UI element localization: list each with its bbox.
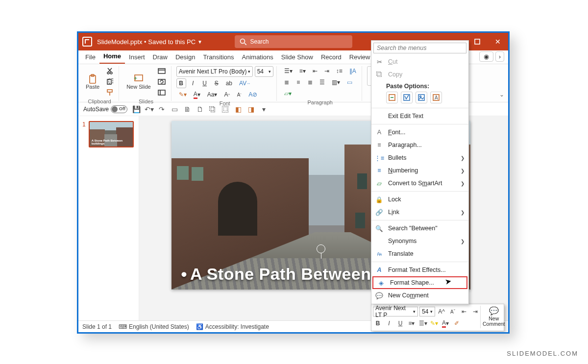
indent-dec-button[interactable]: ⇤ bbox=[310, 66, 320, 76]
window-title: SlideModel.pptx • Saved to this PC bbox=[97, 38, 196, 46]
save-button[interactable]: 💾 bbox=[132, 105, 140, 113]
line-spacing-button[interactable]: ↕≡ bbox=[334, 66, 345, 76]
menu-new-comment[interactable]: 💬New Comment bbox=[371, 289, 468, 302]
menu-paragraph[interactable]: ≡Paragraph... bbox=[371, 139, 468, 151]
change-case-button[interactable]: Aa▾ bbox=[205, 90, 220, 99]
char-spacing-button[interactable]: AV↔ bbox=[237, 78, 253, 88]
layout-button[interactable] bbox=[155, 66, 168, 76]
mini-indent-dec[interactable]: ⇤ bbox=[459, 307, 469, 316]
font-color-button[interactable]: A▾ bbox=[191, 90, 203, 99]
paste-option-dest[interactable] bbox=[386, 92, 398, 103]
mini-format-painter[interactable]: ✐ bbox=[452, 318, 462, 328]
align-left-button[interactable]: ≣ bbox=[282, 77, 292, 87]
tab-review[interactable]: Review bbox=[345, 51, 374, 64]
title-chevron-icon[interactable]: ▼ bbox=[197, 39, 202, 45]
menu-format-shape[interactable]: ◈Format Shape... bbox=[372, 276, 467, 289]
italic-button[interactable]: I bbox=[188, 78, 198, 88]
indent-inc-button[interactable]: ⇥ bbox=[322, 66, 332, 76]
close-button[interactable]: ✕ bbox=[488, 33, 508, 50]
columns-button[interactable]: ▥▾ bbox=[329, 77, 343, 87]
maximize-button[interactable] bbox=[467, 33, 488, 50]
font-name-select[interactable]: Avenir Next LT Pro (Body)▾ bbox=[176, 66, 253, 77]
tab-design[interactable]: Design bbox=[172, 51, 199, 64]
rotate-handle-icon[interactable] bbox=[317, 244, 325, 253]
menu-format-text-effects[interactable]: AFormat Text Effects... bbox=[371, 264, 468, 276]
mini-bullets[interactable]: ☰▾ bbox=[418, 318, 428, 328]
search-placeholder: Search bbox=[250, 38, 269, 45]
font-size-select[interactable]: 54▾ bbox=[255, 66, 273, 77]
align-text-button[interactable]: ▭ bbox=[344, 77, 355, 87]
mini-italic[interactable]: I bbox=[384, 318, 394, 328]
menu-smartart[interactable]: ▱Convert to SmartArt❯ bbox=[371, 177, 468, 190]
highlight-button[interactable]: ✎▾ bbox=[176, 90, 189, 99]
shadow-button[interactable]: ab bbox=[223, 78, 235, 88]
tab-file[interactable]: File bbox=[81, 51, 99, 64]
tab-slide-show[interactable]: Slide Show bbox=[277, 51, 317, 64]
tab-animations[interactable]: Animations bbox=[238, 51, 277, 64]
tab-record[interactable]: Record bbox=[317, 51, 345, 64]
mini-underline[interactable]: U bbox=[395, 318, 405, 328]
bullets-button[interactable]: ☰▾ bbox=[282, 66, 295, 76]
menu-font[interactable]: AFont... bbox=[371, 126, 468, 139]
ribbon-more-button[interactable]: › bbox=[495, 51, 504, 62]
format-painter-button[interactable] bbox=[104, 88, 116, 97]
context-menu: Search the menus ✂Cut ⿻Copy Paste Option… bbox=[371, 40, 469, 304]
menu-search-input[interactable]: Search the menus bbox=[373, 43, 466, 53]
tab-insert[interactable]: Insert bbox=[125, 51, 149, 64]
camera-button[interactable]: ◉ bbox=[479, 51, 493, 62]
paragraph-group-label: Paragraph bbox=[282, 99, 359, 105]
svg-point-0 bbox=[240, 39, 245, 44]
menu-numbering[interactable]: ≡Numbering❯ bbox=[371, 164, 468, 177]
align-right-button[interactable]: ≣ bbox=[305, 77, 315, 87]
autosave-toggle[interactable]: AutoSave Off bbox=[83, 105, 127, 113]
paste-button[interactable]: Paste bbox=[83, 73, 102, 91]
paste-option-source[interactable] bbox=[401, 92, 413, 103]
mini-indent-inc[interactable]: ⇥ bbox=[470, 307, 480, 316]
shrink-font-button[interactable]: Aˇ bbox=[234, 90, 244, 99]
menu-lock[interactable]: 🔒Lock bbox=[371, 193, 468, 206]
redo-button[interactable]: ↷ bbox=[158, 105, 166, 113]
paste-option-text[interactable]: A bbox=[430, 92, 442, 103]
svg-rect-2 bbox=[475, 39, 480, 44]
mini-highlight[interactable]: ✎▾ bbox=[429, 318, 439, 328]
menu-translate[interactable]: 🗛Translate bbox=[371, 247, 468, 260]
tab-home[interactable]: Home bbox=[99, 50, 125, 64]
menu-exit-edit-text[interactable]: Exit Edit Text bbox=[371, 110, 468, 122]
align-center-button[interactable]: ≡ bbox=[294, 77, 303, 87]
reset-button[interactable] bbox=[155, 77, 168, 87]
section-button[interactable] bbox=[155, 88, 168, 97]
accessibility-status[interactable]: ♿Accessibility: Investigate bbox=[196, 323, 269, 330]
mini-bold[interactable]: B bbox=[373, 318, 383, 328]
grow-font-button[interactable]: A^ bbox=[221, 90, 232, 99]
language-status[interactable]: ⌨English (United States) bbox=[119, 323, 189, 330]
new-slide-button[interactable]: + New Slide bbox=[124, 73, 153, 91]
undo-button[interactable]: ↶▾ bbox=[145, 105, 153, 113]
mini-font-name[interactable]: Avenir Next LT P▾ bbox=[373, 307, 418, 316]
tab-transitions[interactable]: Transitions bbox=[199, 51, 238, 64]
justify-button[interactable]: ☰ bbox=[317, 77, 327, 87]
numbering-button[interactable]: ≡▾ bbox=[297, 66, 308, 76]
underline-button[interactable]: U bbox=[200, 78, 210, 88]
tab-draw[interactable]: Draw bbox=[149, 51, 172, 64]
paste-option-picture[interactable] bbox=[416, 92, 427, 103]
bold-button[interactable]: B bbox=[176, 78, 186, 88]
ribbon-collapse-icon[interactable]: ⌄ bbox=[499, 91, 504, 98]
strike-button[interactable]: S bbox=[212, 78, 221, 88]
mini-align[interactable]: ≡▾ bbox=[407, 318, 416, 328]
slide-thumbnail-1[interactable]: A Stone Path Between buildings bbox=[89, 121, 134, 147]
mini-font-color[interactable]: A▾ bbox=[441, 318, 450, 328]
mini-shrink-font[interactable]: Aˇ bbox=[448, 307, 458, 316]
copy-button[interactable] bbox=[104, 77, 116, 87]
cut-button[interactable] bbox=[104, 66, 116, 76]
smartart-button[interactable]: ▱▾ bbox=[282, 89, 294, 98]
menu-synonyms[interactable]: Synonyms❯ bbox=[371, 235, 468, 247]
mini-grow-font[interactable]: A^ bbox=[437, 307, 446, 316]
search-box[interactable]: Search bbox=[235, 35, 352, 48]
menu-link[interactable]: 🔗Link❯ bbox=[371, 206, 468, 218]
mini-font-size[interactable]: 54▾ bbox=[419, 307, 435, 316]
text-direction-button[interactable]: ‖A bbox=[347, 66, 359, 76]
mini-new-comment[interactable]: 💬 New Comment bbox=[480, 306, 507, 328]
clear-format-button[interactable]: A⊘ bbox=[246, 90, 260, 99]
menu-bullets[interactable]: ⋮≡Bullets❯ bbox=[371, 151, 468, 164]
menu-search-between[interactable]: 🔍Search "Between" bbox=[371, 222, 468, 235]
